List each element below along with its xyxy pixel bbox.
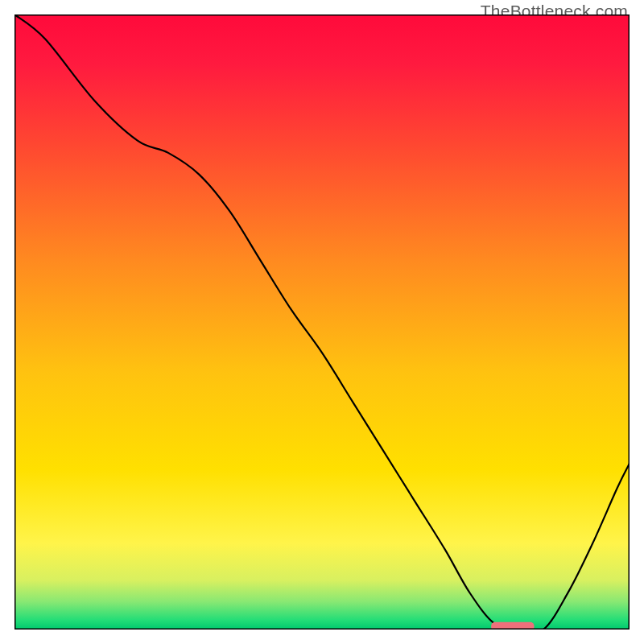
chart-svg xyxy=(14,14,630,630)
bottleneck-chart xyxy=(14,14,630,630)
gradient-background xyxy=(14,14,630,630)
